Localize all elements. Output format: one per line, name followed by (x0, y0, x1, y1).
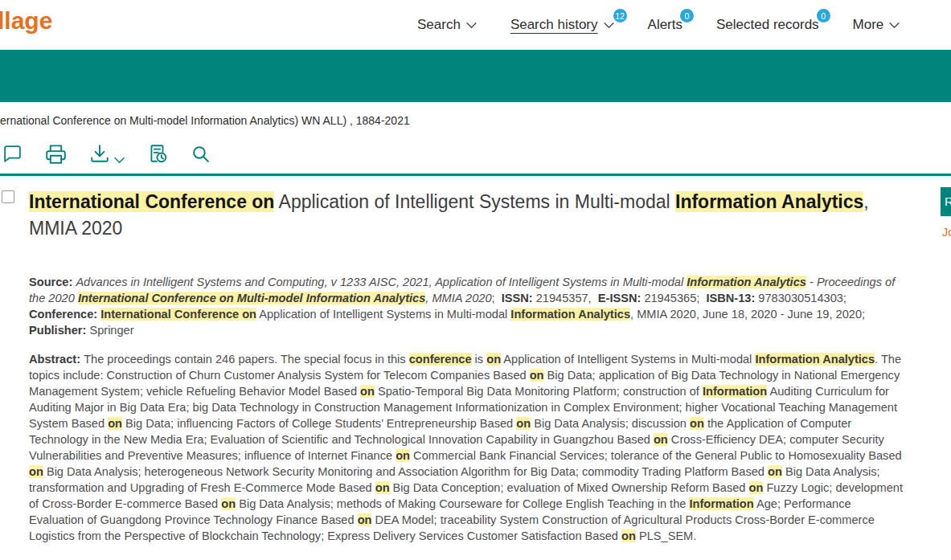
chevron-down-icon (466, 22, 477, 29)
alerts-count-badge: 0 (680, 9, 694, 22)
search-history-count-badge: 12 (613, 9, 627, 22)
comment-icon (2, 144, 23, 164)
record-toolbar (0, 142, 951, 165)
logo[interactable]: llage (0, 7, 52, 35)
print-button[interactable] (45, 143, 67, 165)
magnifier-icon (191, 144, 211, 164)
selected-records-count-badge: 0 (817, 9, 830, 22)
comment-button[interactable] (2, 144, 23, 164)
nav-selected-records-label: Selected records (716, 17, 819, 33)
source-line: Source: Advances in Intelligent Systems … (29, 274, 904, 338)
document-clock-button[interactable] (147, 143, 168, 164)
related-records-tab[interactable]: R (941, 187, 951, 216)
download-button[interactable] (89, 143, 125, 164)
top-header: llage Search Search history 12 Alerts 0 … (0, 0, 951, 50)
chevron-down-icon (604, 22, 614, 29)
nav-more[interactable]: More (853, 17, 900, 33)
nav-selected-records[interactable]: Selected records 0 (716, 17, 819, 33)
nav-alerts-label: Alerts (648, 17, 683, 33)
print-icon (45, 143, 67, 165)
chevron-down-icon (889, 22, 900, 29)
document-clock-icon (147, 143, 168, 164)
abstract-text: Abstract: The proceedings contain 246 pa… (29, 351, 904, 544)
nav-search[interactable]: Search (417, 17, 477, 33)
main-nav: Search Search history 12 Alerts 0 Select… (417, 0, 900, 50)
search-query-summary: ernational Conference on Multi-model Inf… (0, 113, 951, 128)
teal-banner (0, 50, 951, 102)
nav-alerts[interactable]: Alerts 0 (648, 17, 683, 33)
download-icon (89, 143, 110, 164)
nav-search-label: Search (417, 17, 461, 33)
record-title: International Conference on Application … (29, 189, 896, 242)
search-within-button[interactable] (191, 144, 211, 164)
nav-search-history-label: Search history (510, 17, 598, 33)
record-detail: International Conference on Application … (0, 176, 951, 560)
nav-search-history[interactable]: Search history 12 (510, 17, 614, 33)
side-panel-link[interactable]: Jo (942, 226, 951, 239)
nav-more-label: More (853, 17, 884, 33)
chevron-down-icon (114, 157, 125, 164)
record-checkbox[interactable] (2, 190, 14, 203)
